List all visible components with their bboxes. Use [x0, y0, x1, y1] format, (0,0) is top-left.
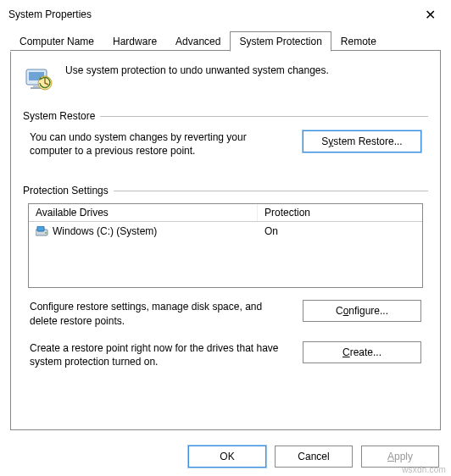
th-drives[interactable]: Available Drives	[29, 204, 258, 221]
drive-name: Windows (C:) (System)	[53, 225, 157, 237]
configure-row: Configure restore settings, manage disk …	[30, 300, 421, 327]
system-restore-legend-text: System Restore	[23, 110, 95, 122]
titlebar: System Properties ✕	[0, 0, 451, 29]
configure-button[interactable]: Configure...	[303, 300, 421, 322]
tab-computer-name[interactable]: Computer Name	[10, 31, 103, 52]
system-restore-row: You can undo system changes by reverting…	[30, 130, 421, 158]
ok-button[interactable]: OK	[188, 446, 266, 468]
svg-rect-7	[37, 226, 44, 231]
divider	[100, 116, 428, 117]
table-row[interactable]: Windows (C:) (System) On	[29, 222, 422, 241]
close-icon[interactable]: ✕	[418, 3, 443, 26]
drives-table[interactable]: Available Drives Protection Windows (C:)…	[28, 203, 423, 288]
tab-system-protection[interactable]: System Protection	[230, 31, 331, 52]
tab-hardware[interactable]: Hardware	[103, 31, 166, 52]
th-protection[interactable]: Protection	[258, 204, 422, 221]
header-row: Use system protection to undo unwanted s…	[23, 64, 428, 95]
system-restore-button[interactable]: System Restore...	[303, 130, 421, 152]
create-row: Create a restore point right now for the…	[30, 341, 421, 368]
cancel-button[interactable]: Cancel	[275, 446, 353, 468]
create-text: Create a restore point right now for the…	[30, 341, 289, 368]
system-restore-text: You can undo system changes by reverting…	[30, 130, 289, 158]
tabstrip: Computer Name Hardware Advanced System P…	[0, 30, 451, 51]
system-protection-icon	[23, 64, 53, 95]
watermark: wsxdn.com	[402, 465, 446, 474]
system-properties-window: System Properties ✕ Computer Name Hardwa…	[0, 0, 451, 476]
svg-point-8	[45, 232, 47, 234]
configure-text: Configure restore settings, manage disk …	[30, 300, 289, 327]
tab-remote[interactable]: Remote	[331, 31, 386, 52]
protection-settings-legend: Protection Settings	[23, 185, 428, 196]
drive-status: On	[258, 224, 422, 239]
protection-settings-legend-text: Protection Settings	[23, 185, 109, 196]
tab-advanced[interactable]: Advanced	[166, 31, 230, 52]
create-button[interactable]: Create...	[303, 341, 421, 363]
table-header: Available Drives Protection	[29, 204, 422, 222]
tab-panel-system-protection: Use system protection to undo unwanted s…	[10, 51, 441, 430]
drive-icon	[36, 226, 49, 236]
header-text: Use system protection to undo unwanted s…	[65, 64, 329, 76]
system-restore-legend: System Restore	[23, 110, 428, 122]
divider	[114, 191, 428, 191]
window-title: System Properties	[8, 8, 92, 20]
